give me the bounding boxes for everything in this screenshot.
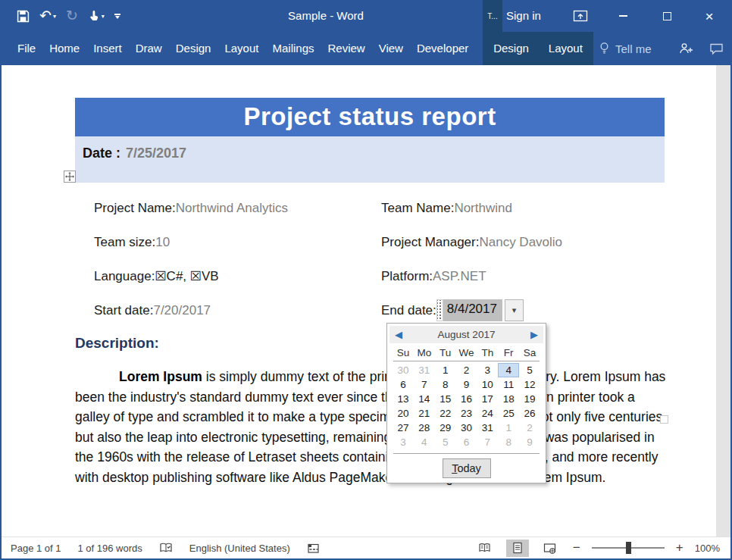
calendar-day[interactable]: 8 xyxy=(435,377,456,392)
tab-file[interactable]: File xyxy=(11,32,42,65)
print-layout-button[interactable] xyxy=(506,540,529,557)
zoom-in-button[interactable]: + xyxy=(674,540,685,555)
calendar-day[interactable]: 31 xyxy=(477,421,498,435)
proofing-icon[interactable] xyxy=(159,542,173,554)
undo-dropdown-caret[interactable]: ▾ xyxy=(53,13,56,20)
date-dropdown-button[interactable]: ▾ xyxy=(505,299,524,321)
share-person-add-icon[interactable] xyxy=(673,32,699,65)
close-button[interactable]: × xyxy=(693,0,726,32)
content-control-handle[interactable] xyxy=(436,299,443,321)
calendar-day[interactable]: 18 xyxy=(498,392,519,406)
touch-mode-dropdown-caret[interactable]: ▾ xyxy=(102,13,105,20)
calendar-day[interactable]: 11 xyxy=(498,377,519,392)
calendar-day[interactable]: 16 xyxy=(456,392,477,406)
calendar-day[interactable]: 5 xyxy=(519,363,540,377)
tab-view[interactable]: View xyxy=(372,32,410,65)
calendar-day[interactable]: 7 xyxy=(414,377,435,392)
calendar-day[interactable]: 1 xyxy=(498,421,519,435)
calendar-day[interactable]: 2 xyxy=(456,363,477,377)
table-tools-contextual-tabs: DesignLayout xyxy=(483,32,593,65)
tab-draw[interactable]: Draw xyxy=(129,32,169,65)
calendar-day[interactable]: 20 xyxy=(393,406,414,421)
calendar-day[interactable]: 4 xyxy=(414,435,435,449)
customize-quick-access-button[interactable] xyxy=(114,7,120,25)
calendar-week-row: 20212223242526 xyxy=(387,406,546,421)
calendar-day[interactable]: 28 xyxy=(414,421,435,435)
calendar-day[interactable]: 12 xyxy=(519,377,540,392)
calendar-day[interactable]: 17 xyxy=(477,392,498,406)
field-cell: End date:8/4/2017▾ xyxy=(381,299,670,321)
minimize-button[interactable] xyxy=(606,0,640,32)
calendar-day[interactable]: 19 xyxy=(519,392,540,406)
field-row: Language:☒C#, ☒VBPlatform:ASP.NET xyxy=(94,259,670,293)
paragraph-body: is simply dummy text of the printing and… xyxy=(75,369,666,485)
vertical-scrollbar[interactable] xyxy=(716,65,730,537)
next-month-button[interactable]: ▶ xyxy=(530,330,538,339)
end-date-picker-control[interactable]: 8/4/2017▾ xyxy=(436,299,524,321)
page-count[interactable]: Page 1 of 1 xyxy=(11,543,61,554)
tab-mailings[interactable]: Mailings xyxy=(265,32,321,65)
ribbon-display-options-button[interactable] xyxy=(571,7,590,25)
tab-review[interactable]: Review xyxy=(321,32,372,65)
calendar-day[interactable]: 9 xyxy=(456,377,477,392)
zoom-slider-thumb[interactable] xyxy=(626,542,631,554)
calendar-day[interactable]: 2 xyxy=(519,421,540,435)
calendar-day[interactable]: 26 xyxy=(519,406,540,421)
calendar-day[interactable]: 6 xyxy=(456,435,477,449)
calendar-day[interactable]: 25 xyxy=(498,406,519,421)
calendar-day[interactable]: 8 xyxy=(498,435,519,449)
maximize-button[interactable] xyxy=(650,0,684,32)
calendar-day[interactable]: 24 xyxy=(477,406,498,421)
previous-month-button[interactable]: ◀ xyxy=(395,330,402,339)
end-date-value[interactable]: 8/4/2017 xyxy=(443,299,502,321)
tab-insert[interactable]: Insert xyxy=(86,32,129,65)
sign-in-button[interactable]: Sign in xyxy=(500,0,547,32)
today-button[interactable]: Today xyxy=(443,458,491,478)
field-cell: Start date:7/20/2017 xyxy=(94,303,381,318)
calendar-day[interactable]: 7 xyxy=(477,435,498,449)
tab-layout[interactable]: Layout xyxy=(217,32,265,65)
calendar-day[interactable]: 3 xyxy=(393,435,414,449)
touch-mode-button[interactable]: ▾ xyxy=(88,7,105,25)
field-label: Team Name: xyxy=(381,201,454,216)
date-picker-calendar: ◀ August 2017 ▶ SuMoTuWeThFrSa 303112345… xyxy=(386,323,546,483)
comments-icon[interactable] xyxy=(703,32,729,65)
zoom-slider[interactable] xyxy=(592,542,665,554)
tab-developer[interactable]: Developer xyxy=(410,32,475,65)
tab-home[interactable]: Home xyxy=(42,32,86,65)
calendar-day[interactable]: 15 xyxy=(435,392,456,406)
field-label: Language: xyxy=(94,269,155,284)
calendar-day[interactable]: 31 xyxy=(414,363,435,377)
calendar-day-selected[interactable]: 4 xyxy=(498,363,519,377)
calendar-day[interactable]: 29 xyxy=(435,421,456,435)
calendar-day[interactable]: 5 xyxy=(435,435,456,449)
save-icon[interactable] xyxy=(17,7,30,25)
calendar-day[interactable]: 6 xyxy=(393,377,414,392)
macro-record-icon[interactable] xyxy=(307,543,320,554)
calendar-day[interactable]: 23 xyxy=(456,406,477,421)
contextual-tab-design[interactable]: Design xyxy=(486,32,536,65)
calendar-day[interactable]: 21 xyxy=(414,406,435,421)
tab-design[interactable]: Design xyxy=(169,32,218,65)
zoom-level[interactable]: 100% xyxy=(695,543,720,554)
calendar-day[interactable]: 30 xyxy=(456,421,477,435)
web-layout-button[interactable] xyxy=(539,540,562,557)
contextual-tab-layout[interactable]: Layout xyxy=(542,32,590,65)
table-move-handle[interactable] xyxy=(64,171,76,183)
calendar-day[interactable]: 13 xyxy=(393,392,414,406)
tell-me-box[interactable]: Tell me xyxy=(599,32,652,65)
calendar-day[interactable]: 27 xyxy=(393,421,414,435)
field-value: ☒C#, ☒VB xyxy=(155,268,218,284)
language-indicator[interactable]: English (United States) xyxy=(189,543,290,554)
word-count[interactable]: 1 of 196 words xyxy=(78,543,142,554)
calendar-day[interactable]: 1 xyxy=(435,363,456,377)
calendar-day[interactable]: 3 xyxy=(477,363,498,377)
undo-button[interactable]: ↶▾ xyxy=(39,7,56,25)
calendar-day[interactable]: 22 xyxy=(435,406,456,421)
calendar-day[interactable]: 14 xyxy=(414,392,435,406)
read-mode-button[interactable] xyxy=(474,540,496,557)
calendar-day[interactable]: 9 xyxy=(519,435,540,449)
calendar-day[interactable]: 10 xyxy=(477,377,498,392)
calendar-day[interactable]: 30 xyxy=(393,363,414,377)
zoom-out-button[interactable]: − xyxy=(571,540,582,555)
